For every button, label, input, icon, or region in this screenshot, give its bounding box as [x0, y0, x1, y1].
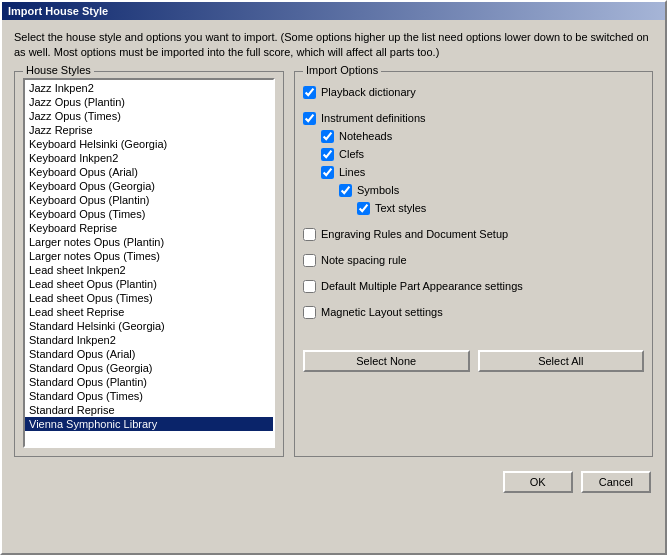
house-style-item[interactable]: Keyboard Helsinki (Georgia): [25, 137, 273, 151]
dialog-title: Import House Style: [8, 5, 108, 17]
lines-row: Lines: [321, 166, 644, 179]
house-style-item[interactable]: Keyboard Opus (Arial): [25, 165, 273, 179]
text-styles-row: Text styles: [357, 202, 644, 215]
instrument-definitions-row: Instrument definitions: [303, 112, 644, 125]
noteheads-row: Noteheads: [321, 130, 644, 143]
engraving-rules-row: Engraving Rules and Document Setup: [303, 228, 644, 241]
house-style-item[interactable]: Keyboard Opus (Plantin): [25, 193, 273, 207]
instrument-definitions-label[interactable]: Instrument definitions: [321, 112, 426, 124]
cancel-button[interactable]: Cancel: [581, 471, 651, 493]
house-styles-list[interactable]: Jazz Inkpen2Jazz Opus (Plantin)Jazz Opus…: [23, 78, 275, 448]
symbols-label[interactable]: Symbols: [357, 184, 399, 196]
bottom-buttons: OK Cancel: [14, 471, 653, 493]
house-style-item[interactable]: Lead sheet Reprise: [25, 305, 273, 319]
engraving-rules-checkbox[interactable]: [303, 228, 316, 241]
house-style-item[interactable]: Lead sheet Opus (Plantin): [25, 277, 273, 291]
symbols-checkbox[interactable]: [339, 184, 352, 197]
house-style-item[interactable]: Standard Opus (Plantin): [25, 375, 273, 389]
house-style-item[interactable]: Larger notes Opus (Plantin): [25, 235, 273, 249]
engraving-rules-label[interactable]: Engraving Rules and Document Setup: [321, 228, 508, 240]
house-style-item[interactable]: Keyboard Reprise: [25, 221, 273, 235]
house-style-item[interactable]: Standard Helsinki (Georgia): [25, 319, 273, 333]
playback-dictionary-row: Playback dictionary: [303, 86, 644, 99]
note-spacing-label[interactable]: Note spacing rule: [321, 254, 407, 266]
clefs-label[interactable]: Clefs: [339, 148, 364, 160]
noteheads-checkbox[interactable]: [321, 130, 334, 143]
house-style-item[interactable]: Jazz Opus (Times): [25, 109, 273, 123]
house-style-item[interactable]: Keyboard Inkpen2: [25, 151, 273, 165]
house-styles-legend: House Styles: [23, 64, 94, 76]
house-style-item[interactable]: Keyboard Opus (Georgia): [25, 179, 273, 193]
house-style-item[interactable]: Vienna Symphonic Library: [25, 417, 273, 431]
house-style-item[interactable]: Lead sheet Opus (Times): [25, 291, 273, 305]
mid-buttons-row: Select None Select All: [303, 350, 644, 372]
house-style-item[interactable]: Standard Opus (Arial): [25, 347, 273, 361]
lines-checkbox[interactable]: [321, 166, 334, 179]
magnetic-layout-checkbox[interactable]: [303, 306, 316, 319]
playback-dictionary-checkbox[interactable]: [303, 86, 316, 99]
instrument-definitions-checkbox[interactable]: [303, 112, 316, 125]
note-spacing-checkbox[interactable]: [303, 254, 316, 267]
house-style-item[interactable]: Lead sheet Inkpen2: [25, 263, 273, 277]
noteheads-label[interactable]: Noteheads: [339, 130, 392, 142]
house-style-item[interactable]: Keyboard Opus (Times): [25, 207, 273, 221]
playback-dictionary-label[interactable]: Playback dictionary: [321, 86, 416, 98]
house-style-item[interactable]: Jazz Inkpen2: [25, 81, 273, 95]
house-styles-group: House Styles Jazz Inkpen2Jazz Opus (Plan…: [14, 71, 284, 457]
import-house-style-dialog: Import House Style Select the house styl…: [0, 0, 667, 555]
import-options-legend: Import Options: [303, 64, 381, 76]
description-text: Select the house style and options you w…: [14, 30, 653, 61]
default-multiple-checkbox[interactable]: [303, 280, 316, 293]
house-style-item[interactable]: Standard Opus (Georgia): [25, 361, 273, 375]
magnetic-layout-label[interactable]: Magnetic Layout settings: [321, 306, 443, 318]
house-style-item[interactable]: Jazz Opus (Plantin): [25, 95, 273, 109]
house-style-item[interactable]: Larger notes Opus (Times): [25, 249, 273, 263]
house-style-item[interactable]: Jazz Reprise: [25, 123, 273, 137]
symbols-row: Symbols: [339, 184, 644, 197]
lines-label[interactable]: Lines: [339, 166, 365, 178]
default-multiple-label[interactable]: Default Multiple Part Appearance setting…: [321, 280, 523, 292]
clefs-checkbox[interactable]: [321, 148, 334, 161]
select-none-button[interactable]: Select None: [303, 350, 470, 372]
clefs-row: Clefs: [321, 148, 644, 161]
title-bar: Import House Style: [2, 2, 665, 20]
ok-button[interactable]: OK: [503, 471, 573, 493]
import-options-group: Import Options Playback dictionary Instr…: [294, 71, 653, 457]
house-style-item[interactable]: Standard Reprise: [25, 403, 273, 417]
text-styles-label[interactable]: Text styles: [375, 202, 426, 214]
magnetic-layout-row: Magnetic Layout settings: [303, 306, 644, 319]
text-styles-checkbox[interactable]: [357, 202, 370, 215]
house-style-item[interactable]: Standard Inkpen2: [25, 333, 273, 347]
note-spacing-row: Note spacing rule: [303, 254, 644, 267]
house-style-item[interactable]: Standard Opus (Times): [25, 389, 273, 403]
default-multiple-row: Default Multiple Part Appearance setting…: [303, 280, 644, 293]
select-all-button[interactable]: Select All: [478, 350, 645, 372]
